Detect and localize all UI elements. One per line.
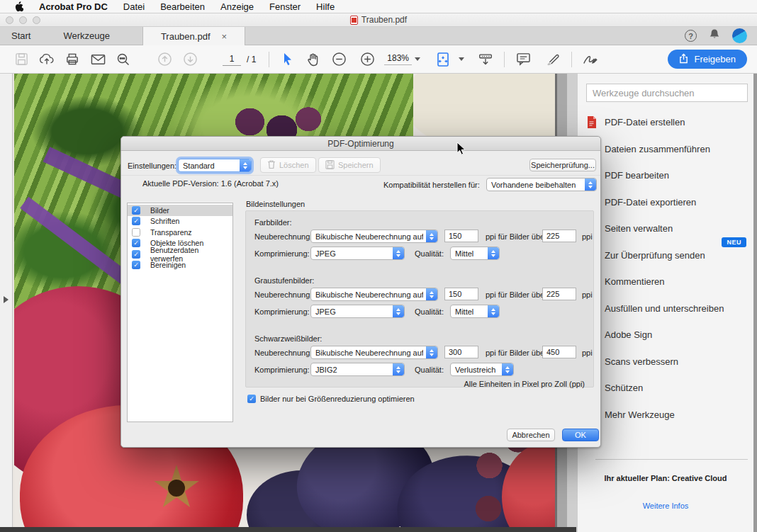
- comment-icon[interactable]: [510, 52, 536, 66]
- sidebar-item-pdf-bearbeiten[interactable]: PDF bearbeiten: [578, 162, 753, 189]
- tools-sidebar: PDF-Datei erstellen Dateien zusammenführ…: [578, 74, 757, 532]
- tab-trauben-pdf[interactable]: Trauben.pdf ×: [142, 27, 245, 45]
- graustufen-threshold-input[interactable]: [542, 288, 576, 300]
- apple-menu-icon[interactable]: [14, 1, 23, 12]
- email-icon[interactable]: [85, 54, 111, 65]
- hand-tool-icon[interactable]: [301, 52, 326, 67]
- schwarzweiss-ppi-input[interactable]: [444, 346, 478, 358]
- tab-start[interactable]: Start: [0, 27, 42, 45]
- sidebar-item-zur-ueberpruefung-senden[interactable]: NEU Zur Überprüfung senden: [578, 242, 753, 269]
- category-schriften[interactable]: ✓ Schriften: [128, 216, 232, 227]
- menu-bearbeiten[interactable]: Bearbeiten: [160, 1, 205, 12]
- optimize-only-row[interactable]: ✓ Bilder nur bei Größenreduzierung optim…: [247, 395, 415, 403]
- cancel-button[interactable]: Abbrechen: [507, 429, 555, 441]
- farbbilder-compression-select[interactable]: JPEG: [310, 247, 405, 260]
- sidebar-item-kommentieren[interactable]: Kommentieren: [578, 268, 753, 295]
- zoom-tools-icon[interactable]: [111, 52, 136, 67]
- sidebar-item-pdf-erstellen[interactable]: PDF-Datei erstellen: [578, 109, 753, 136]
- toolbar-divider: [504, 52, 505, 67]
- sidebar-item-adobe-sign[interactable]: Adobe Sign: [578, 322, 753, 349]
- ok-button[interactable]: OK: [562, 429, 599, 441]
- checkbox-checked-icon[interactable]: ✓: [132, 206, 140, 215]
- checkbox-checked-icon[interactable]: ✓: [132, 261, 140, 269]
- help-icon[interactable]: ?: [685, 30, 697, 42]
- graustufen-quality-select[interactable]: Mittel: [450, 305, 500, 318]
- checkbox-checked-icon[interactable]: ✓: [132, 250, 140, 259]
- schwarzweiss-compression-select[interactable]: JBIG2: [310, 363, 405, 376]
- page-display-icon[interactable]: [430, 52, 456, 67]
- stepper-arrows-icon: [240, 159, 251, 171]
- share-cloud-icon[interactable]: [34, 52, 60, 67]
- sidebar-item-mehr-werkzeuge[interactable]: Mehr Werkzeuge: [578, 402, 753, 429]
- page-display-caret-icon[interactable]: [459, 57, 464, 61]
- save-settings-button: Speichern: [318, 157, 381, 173]
- schwarzweiss-heading: Schwarzweißbilder:: [254, 334, 322, 343]
- speicherpruefung-button[interactable]: Speicherprüfung...: [529, 159, 596, 171]
- menubar-app-name[interactable]: Acrobat Pro DC: [39, 1, 108, 12]
- checkbox-unchecked-icon[interactable]: [132, 228, 140, 237]
- optimize-only-label: Bilder nur bei Größenreduzierung optimie…: [260, 395, 415, 403]
- zoom-level-value[interactable]: 183%: [384, 53, 412, 65]
- compression-label: Komprimierung:: [254, 307, 310, 316]
- menu-datei[interactable]: Datei: [123, 1, 145, 12]
- compression-label: Komprimierung:: [254, 249, 310, 258]
- menu-fenster[interactable]: Fenster: [269, 1, 301, 12]
- quality-label: Qualität:: [415, 366, 444, 374]
- farbbilder-resample-select[interactable]: Bikubische Neuberechnung auf: [310, 230, 438, 243]
- stepper-arrows-icon: [488, 247, 499, 259]
- schwarzweiss-threshold-input[interactable]: [542, 346, 576, 358]
- checkbox-checked-icon[interactable]: ✓: [132, 217, 140, 225]
- compat-select[interactable]: Vorhandene beibehalten: [486, 178, 597, 191]
- next-page-icon[interactable]: [177, 52, 203, 67]
- sidebar-item-schuetzen[interactable]: Schützen: [578, 375, 753, 402]
- weitere-infos-link[interactable]: Weitere Infos: [578, 502, 753, 510]
- category-benutzerdaten-verwerfen[interactable]: ✓ Benutzerdaten verwerfen: [128, 249, 232, 260]
- zoom-dropdown-caret-icon[interactable]: [415, 57, 420, 61]
- previous-page-icon[interactable]: [152, 52, 177, 67]
- graustufen-resample-select[interactable]: Bikubische Neuberechnung auf: [310, 288, 438, 301]
- tools-search-input[interactable]: [586, 84, 748, 102]
- farbbilder-quality-select[interactable]: Mittel: [450, 247, 500, 260]
- units-note: Alle Einheiten in Pixel pro Zoll (ppi): [464, 380, 585, 388]
- farbbilder-threshold-input[interactable]: [542, 230, 576, 242]
- close-tab-icon[interactable]: ×: [222, 31, 228, 42]
- menu-hilfe[interactable]: Hilfe: [316, 1, 335, 12]
- highlighter-icon[interactable]: [540, 52, 566, 67]
- graustufen-ppi-input[interactable]: [444, 288, 478, 300]
- fit-width-icon[interactable]: [473, 52, 498, 67]
- neu-badge: NEU: [722, 237, 746, 247]
- print-icon[interactable]: [60, 52, 85, 66]
- menu-anzeige[interactable]: Anzeige: [220, 1, 254, 12]
- expand-pane-arrow-icon[interactable]: [4, 296, 9, 303]
- window-title: Trauben.pdf: [0, 15, 757, 25]
- notifications-bell-icon[interactable]: [709, 28, 720, 43]
- sidebar-item-scans-verbessern[interactable]: Scans verbessern: [578, 349, 753, 375]
- between-label: ppi für Bilder über: [486, 349, 547, 357]
- window-right-edge: [753, 74, 757, 532]
- sign-pen-icon[interactable]: [578, 52, 603, 67]
- settings-select[interactable]: Standard: [178, 159, 252, 172]
- freigeben-share-button[interactable]: Freigeben: [668, 50, 747, 69]
- sidebar-item-dateien-zusammenfuehren[interactable]: Dateien zusammenführen: [578, 136, 753, 163]
- user-avatar[interactable]: [732, 28, 747, 43]
- select-tool-icon[interactable]: [275, 52, 301, 66]
- schwarzweiss-resample-select[interactable]: Bikubische Neuberechnung auf: [310, 346, 438, 359]
- category-bilder[interactable]: ✓ Bilder: [128, 205, 232, 216]
- graustufen-compression-select[interactable]: JPEG: [310, 305, 405, 318]
- zoom-out-icon[interactable]: [326, 52, 352, 67]
- farbbilder-ppi-input[interactable]: [444, 230, 478, 242]
- page-number-input[interactable]: [223, 53, 241, 66]
- save-icon[interactable]: [9, 52, 34, 66]
- dialog-titlebar[interactable]: PDF-Optimierung: [121, 137, 600, 151]
- tab-werkzeuge[interactable]: Werkzeuge: [52, 27, 121, 45]
- viewport-bottom-edge: [0, 527, 576, 532]
- sidebar-item-pdf-exportieren[interactable]: PDF-Datei exportieren: [578, 189, 753, 216]
- schwarzweiss-quality-select[interactable]: Verlustreich: [450, 363, 514, 376]
- trash-icon: [267, 159, 276, 171]
- sidebar-item-ausfuellen-unterschreiben[interactable]: Ausfüllen und unterschreiben: [578, 295, 753, 322]
- zoom-in-icon[interactable]: [354, 52, 380, 67]
- checkbox-checked-icon[interactable]: ✓: [132, 239, 140, 247]
- checkbox-checked-icon[interactable]: ✓: [247, 395, 256, 403]
- category-transparenz[interactable]: Transparenz: [128, 227, 232, 238]
- unit-label: ppi: [582, 349, 593, 357]
